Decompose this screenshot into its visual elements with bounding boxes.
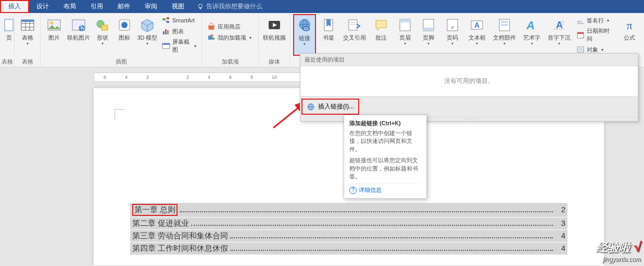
tell-me[interactable]: 告诉我你想要做什么	[192, 0, 268, 13]
shapes-button[interactable]: 形状 ▾	[92, 14, 113, 56]
svg-rect-21	[167, 21, 169, 23]
caret-icon: ▾	[607, 18, 609, 23]
dropdown-empty: 没有可用的项目。	[300, 66, 638, 96]
svg-text:A: A	[556, 20, 563, 30]
crossref-icon	[346, 17, 363, 33]
picture-icon	[46, 17, 62, 33]
model3d-button[interactable]: 3D 模型 ▾	[136, 14, 159, 56]
screenshot-button[interactable]: 屏幕截图▾	[160, 37, 198, 55]
myaddins-button[interactable]: 我的加载项▾	[205, 32, 254, 43]
tab-layout[interactable]: 布局	[56, 0, 83, 13]
sigline-label: 签名行	[587, 17, 604, 25]
toc-line[interactable]: 第三章 劳动合同和集体合同 4	[130, 230, 567, 242]
bookmark-label: 书签	[323, 34, 334, 41]
hyperlink-tooltip: 添加超链接 (Ctrl+K) 在您的文档中创建一个链接，以快速访问网页和文件。 …	[344, 115, 427, 199]
equation-icon: π	[621, 17, 638, 33]
tab-mail[interactable]: 邮件	[110, 0, 137, 13]
online-picture-button[interactable]: 联机图片	[66, 14, 91, 56]
sigline-icon	[576, 16, 585, 25]
object-icon	[576, 45, 585, 54]
header-button[interactable]: 页眉 ▾	[394, 14, 416, 56]
ruler-mark: 6	[229, 75, 232, 80]
watermark-brand: 经验啦	[596, 241, 630, 254]
toc-line[interactable]: 第四章 工作时间和休息休假 4	[130, 243, 567, 255]
wordart-label: 艺术字	[523, 34, 540, 41]
info-icon: ?	[349, 187, 357, 194]
pagenum-label: 页码	[447, 34, 458, 41]
caret-icon: ▾	[27, 41, 29, 46]
store-label: 应用商店	[218, 23, 241, 31]
tooltip-more[interactable]: ? 详细信息	[349, 184, 421, 194]
svg-text:A: A	[525, 19, 536, 32]
chart-button[interactable]: 图表	[160, 26, 198, 37]
margin-corner	[115, 109, 125, 119]
svg-rect-51	[501, 21, 508, 23]
table-of-contents: 第一章 总则 2 第二章 促进就业 3 第三章 劳动合同和集体合同 4 第四章 …	[130, 203, 567, 255]
table-icon	[19, 17, 36, 33]
svg-rect-45	[423, 28, 434, 31]
svg-rect-60	[577, 32, 584, 34]
comment-button[interactable]: 批注	[370, 14, 393, 56]
screenshot-icon	[162, 42, 170, 50]
quickparts-button[interactable]: 文档部件 ▾	[490, 14, 519, 56]
smartart-label: SmartArt	[172, 17, 195, 23]
svg-line-22	[165, 18, 167, 19]
toc-leader	[230, 237, 553, 238]
tell-me-label: 告诉我你想要做什么	[206, 2, 262, 11]
smartart-icon	[162, 16, 170, 25]
tab-review[interactable]: 审阅	[137, 0, 165, 13]
watermark-url: jingyanla.com	[596, 256, 641, 263]
caret-icon: ▾	[451, 41, 453, 46]
caret-icon: ▾	[304, 42, 306, 46]
ruler-mark: 8	[250, 75, 253, 80]
store-button[interactable]: 应用商店	[205, 21, 254, 32]
smartart-button[interactable]: SmartArt	[160, 15, 198, 26]
tab-view[interactable]: 视图	[165, 0, 192, 13]
ruler-mark: 4	[208, 75, 210, 80]
toc-title: 第四章 工作时间和休息休假	[132, 244, 228, 253]
model3d-label: 3D 模型	[137, 34, 157, 41]
svg-rect-28	[162, 43, 170, 45]
datetime-button[interactable]: 日期和时间	[574, 26, 617, 44]
toc-leader	[191, 225, 553, 226]
link-button[interactable]: 链接 ▾	[293, 14, 316, 56]
sigline-button[interactable]: 签名行▾	[574, 15, 617, 26]
picture-button[interactable]: 图片	[44, 14, 65, 56]
icons-label: 图标	[119, 34, 130, 41]
toc-line[interactable]: 第一章 总则 2	[130, 203, 567, 217]
equation-label: 公式	[624, 34, 635, 41]
svg-line-23	[165, 19, 167, 22]
tab-references[interactable]: 引用	[83, 0, 110, 13]
table-button[interactable]: 表格 ▾	[18, 14, 37, 56]
insert-link-item[interactable]: 插入链接(I)...	[301, 99, 359, 115]
svg-point-16	[121, 22, 128, 28]
svg-rect-2	[5, 19, 13, 31]
picture-label: 图片	[48, 34, 60, 41]
page-button[interactable]: 页	[3, 14, 15, 56]
toc-page: 4	[555, 244, 565, 252]
table-label: 表格	[22, 34, 33, 41]
video-icon	[266, 17, 283, 33]
crossref-button[interactable]: 交叉引用	[341, 14, 369, 56]
toc-page: 4	[555, 231, 565, 240]
svg-text:A: A	[474, 21, 479, 29]
online-video-button[interactable]: 联机视频	[262, 14, 286, 56]
online-picture-icon	[70, 17, 87, 33]
textbox-button[interactable]: A 文本框 ▾	[465, 14, 490, 56]
pagenum-button[interactable]: # 页码 ▾	[441, 14, 464, 56]
ruler-mark: 4	[125, 75, 128, 80]
wordart-button[interactable]: A 艺术字 ▾	[520, 14, 545, 56]
globe-link-icon	[307, 103, 315, 111]
footer-button[interactable]: 页脚 ▾	[417, 14, 440, 56]
bookmark-button[interactable]: 书签	[317, 14, 340, 56]
watermark-check-icon: √	[634, 239, 641, 255]
dropdown-recent-header: 最近使用的项目	[300, 54, 638, 66]
dropcap-button[interactable]: A 首字下沉 ▾	[545, 14, 573, 56]
icons-button[interactable]: 图标	[114, 14, 135, 56]
wordart-icon: A	[524, 17, 540, 33]
ruler-mark: 6	[104, 75, 106, 80]
tab-design[interactable]: 设计	[29, 0, 56, 13]
equation-button[interactable]: π 公式	[618, 14, 641, 56]
tab-insert[interactable]: 插入	[0, 0, 29, 13]
toc-line[interactable]: 第二章 促进就业 3	[130, 217, 567, 229]
